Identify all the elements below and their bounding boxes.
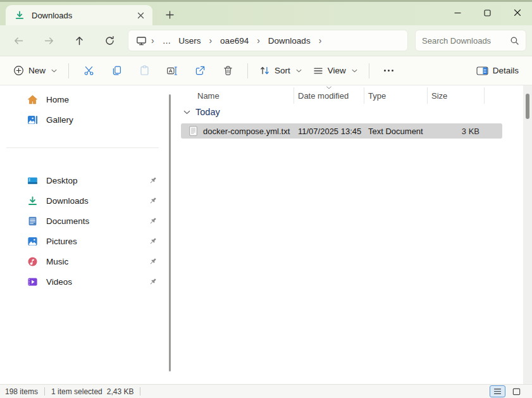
forward-icon[interactable] <box>37 30 61 51</box>
breadcrumb-separator: › <box>147 35 159 46</box>
tab-title: Downloads <box>32 11 133 20</box>
sidebar-item-gallery[interactable]: Gallery <box>4 109 164 130</box>
chevron-down-icon <box>51 69 57 73</box>
pin-icon <box>148 216 158 226</box>
breadcrumb-separator: › <box>252 35 264 46</box>
plus-circle-icon <box>13 65 24 76</box>
breadcrumb-separator: › <box>204 35 216 46</box>
pictures-icon <box>27 236 38 247</box>
sidebar-item-label: Desktop <box>46 176 78 185</box>
column-header-filler <box>485 87 502 104</box>
pin-icon <box>148 176 158 185</box>
icons-view-toggle[interactable] <box>509 385 524 397</box>
column-header-label: Size <box>431 91 447 101</box>
column-headers: Name Date modified Type Size <box>181 87 502 104</box>
details-button-label: Details <box>493 66 519 75</box>
share-icon[interactable] <box>186 59 214 82</box>
this-pc-icon[interactable] <box>136 35 147 46</box>
search-input[interactable] <box>422 36 510 46</box>
column-header-name[interactable]: Name <box>181 87 294 104</box>
more-options-icon[interactable] <box>375 59 403 82</box>
back-icon[interactable] <box>6 30 30 51</box>
file-list-pane: Name Date modified Type Size <box>178 85 532 384</box>
up-icon[interactable] <box>67 30 91 51</box>
file-name: docker-compose.yml.txt <box>203 127 290 136</box>
search-box <box>415 30 526 51</box>
column-header-date-modified[interactable]: Date modified <box>294 87 364 104</box>
sidebar-scrollbar-thumb[interactable] <box>169 94 171 371</box>
items-count: 198 items <box>5 387 38 396</box>
pin-icon <box>148 196 158 206</box>
toolbar-divider <box>247 63 248 78</box>
sort-button[interactable]: Sort <box>254 61 307 80</box>
pin-icon <box>148 237 158 246</box>
details-pane-icon <box>476 66 488 76</box>
breadcrumb-users[interactable]: Users <box>175 34 204 48</box>
sidebar-item-videos[interactable]: Videos <box>4 271 164 292</box>
new-button-label: New <box>28 66 46 75</box>
group-header-today[interactable]: Today <box>183 107 220 117</box>
sidebar-item-label: Gallery <box>46 115 73 125</box>
toolbar-divider <box>369 63 369 78</box>
desktop-icon <box>27 175 38 186</box>
copy-icon[interactable] <box>102 59 130 82</box>
column-header-size[interactable]: Size <box>428 87 485 104</box>
maximize-button[interactable] <box>473 0 502 25</box>
sidebar-item-music[interactable]: Music <box>4 251 164 271</box>
tab-close-icon[interactable] <box>133 8 147 22</box>
new-button[interactable]: New <box>8 61 63 80</box>
sidebar-item-label: Home <box>46 95 69 104</box>
explorer-body: Home Gallery <box>0 85 532 384</box>
home-icon <box>27 94 38 105</box>
documents-icon <box>27 216 38 227</box>
sidebar-item-label: Videos <box>46 277 72 287</box>
chevron-down-icon <box>352 69 357 73</box>
selection-count: 1 item selected <box>51 387 102 396</box>
tab-downloads[interactable]: Downloads <box>6 5 152 25</box>
file-list-scrollbar-thumb[interactable] <box>526 94 529 119</box>
status-divider <box>140 387 140 395</box>
view-icon <box>313 66 323 76</box>
file-row-selected[interactable]: docker-compose.yml.txt 11/07/2025 13:45 … <box>181 123 502 139</box>
sidebar-item-desktop[interactable]: Desktop <box>4 170 164 190</box>
gallery-icon <box>27 115 38 125</box>
minimize-button[interactable] <box>443 0 473 25</box>
close-button[interactable] <box>502 0 532 25</box>
sidebar-item-label: Downloads <box>46 196 89 206</box>
videos-icon <box>27 277 38 287</box>
delete-icon[interactable] <box>214 59 242 82</box>
file-size-cell: 3 KB <box>428 127 485 136</box>
status-divider <box>44 387 45 395</box>
breadcrumb-downloads[interactable]: Downloads <box>264 34 314 48</box>
new-tab-button[interactable] <box>161 6 178 23</box>
window-controls <box>443 0 532 25</box>
view-button[interactable]: View <box>307 61 363 80</box>
paste-icon[interactable] <box>130 59 158 82</box>
text-document-icon <box>189 126 198 136</box>
sidebar-item-pictures[interactable]: Pictures <box>4 231 164 251</box>
column-header-type[interactable]: Type <box>364 87 428 104</box>
download-icon <box>15 10 25 20</box>
address-bar[interactable]: › … Users › oae694 › Downloads › <box>128 30 408 51</box>
cut-icon[interactable] <box>75 59 102 82</box>
chevron-down-icon <box>183 110 190 115</box>
file-name-cell: docker-compose.yml.txt <box>181 126 294 136</box>
pin-icon <box>148 257 158 266</box>
pin-icon <box>148 277 158 287</box>
refresh-icon[interactable] <box>97 30 121 51</box>
details-view-toggle[interactable] <box>490 385 505 397</box>
rename-icon[interactable] <box>158 59 186 82</box>
sidebar-divider <box>6 147 159 148</box>
search-icon[interactable] <box>510 36 519 46</box>
details-button[interactable]: Details <box>471 61 524 80</box>
status-bar: 198 items 1 item selected 2,43 KB <box>0 384 532 398</box>
sidebar-scrollbar[interactable] <box>168 85 178 384</box>
sidebar-item-documents[interactable]: Documents <box>4 211 164 231</box>
sidebar-item-home[interactable]: Home <box>4 89 164 109</box>
command-toolbar: New <box>0 56 532 85</box>
breadcrumb-ellipsis[interactable]: … <box>159 34 175 48</box>
file-list-scrollbar[interactable] <box>523 85 532 384</box>
breadcrumb-user-folder[interactable]: oae694 <box>216 34 252 48</box>
sidebar-item-downloads[interactable]: Downloads <box>4 190 164 211</box>
file-explorer-window: Downloads <box>0 0 532 398</box>
